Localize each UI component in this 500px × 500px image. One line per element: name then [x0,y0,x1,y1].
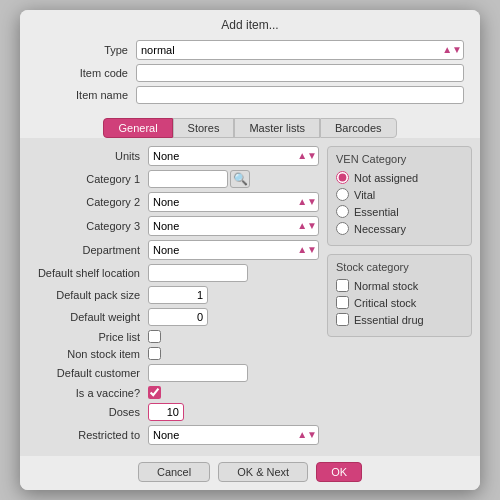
ven-essential-label: Essential [354,206,399,218]
default-customer-input[interactable] [148,364,248,382]
cancel-button[interactable]: Cancel [138,462,210,482]
non-stock-checkbox[interactable] [148,347,161,360]
ven-not-assigned-radio[interactable] [336,171,349,184]
non-stock-row: Non stock item [28,347,319,360]
ven-category-section: VEN Category Not assigned Vital Essentia… [327,146,472,246]
type-select[interactable]: normal [136,40,464,60]
stock-category-title: Stock category [336,261,463,273]
is-vaccine-label: Is a vaccine? [28,387,148,399]
type-row: Type normal ▲▼ [36,40,464,60]
category3-row: Category 3 None ▲▼ [28,216,319,236]
dialog-title: Add item... [20,10,480,36]
units-label: Units [28,150,148,162]
doses-row: Doses [28,403,319,421]
restricted-to-row: Restricted to None ▲▼ [28,425,319,445]
category2-select[interactable]: None [148,192,319,212]
price-list-row: Price list [28,330,319,343]
top-fields: Type normal ▲▼ Item code Item name [20,36,480,114]
category2-label: Category 2 [28,196,148,208]
ok-button[interactable]: OK [316,462,362,482]
left-panel: Units None ▲▼ Category 1 🔍 Category 2 [28,146,319,450]
non-stock-label: Non stock item [28,348,148,360]
category1-search-button[interactable]: 🔍 [230,170,250,188]
critical-stock-row: Critical stock [336,296,463,309]
item-code-row: Item code [36,64,464,82]
tab-general[interactable]: General [103,118,172,138]
normal-stock-checkbox[interactable] [336,279,349,292]
ven-not-assigned-row: Not assigned [336,171,463,184]
restricted-to-select-wrapper[interactable]: None ▲▼ [148,425,319,445]
tab-stores[interactable]: Stores [173,118,235,138]
is-vaccine-row: Is a vaccine? [28,386,319,399]
category3-label: Category 3 [28,220,148,232]
type-label: Type [36,44,136,56]
shelf-location-row: Default shelf location [28,264,319,282]
is-vaccine-checkbox[interactable] [148,386,161,399]
category1-input[interactable] [148,170,228,188]
type-select-wrapper[interactable]: normal ▲▼ [136,40,464,60]
ok-next-button[interactable]: OK & Next [218,462,308,482]
stock-category-section: Stock category Normal stock Critical sto… [327,254,472,337]
ven-vital-label: Vital [354,189,375,201]
ven-vital-radio[interactable] [336,188,349,201]
pack-size-row: Default pack size [28,286,319,304]
restricted-to-label: Restricted to [28,429,148,441]
item-name-label: Item name [36,89,136,101]
weight-input[interactable] [148,308,208,326]
category3-select[interactable]: None [148,216,319,236]
units-row: Units None ▲▼ [28,146,319,166]
default-customer-label: Default customer [28,367,148,379]
main-content: Units None ▲▼ Category 1 🔍 Category 2 [20,138,480,456]
price-list-label: Price list [28,331,148,343]
critical-stock-checkbox[interactable] [336,296,349,309]
tab-master-lists[interactable]: Master lists [234,118,320,138]
essential-drug-label: Essential drug [354,314,424,326]
item-name-input[interactable] [136,86,464,104]
item-code-input[interactable] [136,64,464,82]
restricted-to-select[interactable]: None [148,425,319,445]
department-select-wrapper[interactable]: None ▲▼ [148,240,319,260]
doses-input[interactable] [148,403,184,421]
tab-barcodes[interactable]: Barcodes [320,118,396,138]
tab-bar: General Stores Master lists Barcodes [20,114,480,138]
item-code-label: Item code [36,67,136,79]
button-bar: Cancel OK & Next OK [20,456,480,490]
normal-stock-label: Normal stock [354,280,418,292]
normal-stock-row: Normal stock [336,279,463,292]
pack-size-label: Default pack size [28,289,148,301]
critical-stock-label: Critical stock [354,297,416,309]
pack-size-input[interactable] [148,286,208,304]
department-select[interactable]: None [148,240,319,260]
right-panel: VEN Category Not assigned Vital Essentia… [327,146,472,450]
shelf-location-input[interactable] [148,264,248,282]
category1-row: Category 1 🔍 [28,170,319,188]
essential-drug-checkbox[interactable] [336,313,349,326]
weight-label: Default weight [28,311,148,323]
item-name-row: Item name [36,86,464,104]
essential-drug-row: Essential drug [336,313,463,326]
category2-row: Category 2 None ▲▼ [28,192,319,212]
price-list-checkbox[interactable] [148,330,161,343]
default-customer-row: Default customer [28,364,319,382]
ven-essential-row: Essential [336,205,463,218]
ven-essential-radio[interactable] [336,205,349,218]
department-row: Department None ▲▼ [28,240,319,260]
doses-label: Doses [28,406,148,418]
units-select[interactable]: None [148,146,319,166]
ven-category-title: VEN Category [336,153,463,165]
ven-necessary-row: Necessary [336,222,463,235]
units-select-wrapper[interactable]: None ▲▼ [148,146,319,166]
ven-necessary-radio[interactable] [336,222,349,235]
category2-select-wrapper[interactable]: None ▲▼ [148,192,319,212]
category1-label: Category 1 [28,173,148,185]
shelf-location-label: Default shelf location [28,267,148,279]
weight-row: Default weight [28,308,319,326]
add-item-dialog: Add item... Type normal ▲▼ Item code Ite… [20,10,480,490]
ven-not-assigned-label: Not assigned [354,172,418,184]
ven-necessary-label: Necessary [354,223,406,235]
department-label: Department [28,244,148,256]
category3-select-wrapper[interactable]: None ▲▼ [148,216,319,236]
ven-vital-row: Vital [336,188,463,201]
